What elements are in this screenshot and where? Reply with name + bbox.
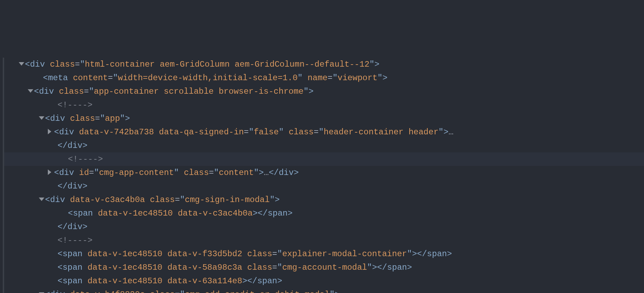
html-comment[interactable]: <!----> xyxy=(68,154,103,164)
html-comment[interactable]: <!----> xyxy=(58,100,93,110)
dom-tree-line[interactable]: <div id="cmg-app-content" class="content… xyxy=(3,166,644,179)
dom-tree-line[interactable]: <span data-v-1ec48510 data-v-f33d5bd2 cl… xyxy=(3,247,644,261)
expand-toggle-icon[interactable] xyxy=(48,169,51,175)
dom-tree-line[interactable]: <div data-v-742ba738 data-qa-signed-in="… xyxy=(3,125,644,139)
dom-tree-line[interactable]: <span data-v-1ec48510 data-v-63a114e8></… xyxy=(3,274,644,288)
expand-toggle-icon[interactable] xyxy=(39,198,44,201)
dom-tree-line[interactable]: <!----> xyxy=(3,98,644,112)
dom-tree-line[interactable]: <div class="app"> xyxy=(3,112,644,125)
dom-tree-line[interactable]: <span data-v-1ec48510 data-v-c3ac4b0a></… xyxy=(3,207,644,220)
dom-tree-line[interactable]: <!----> xyxy=(3,152,644,166)
expand-toggle-icon[interactable] xyxy=(28,89,33,93)
expand-toggle-icon[interactable] xyxy=(19,62,24,66)
dom-tree-line[interactable]: <meta content="width=device-width,initia… xyxy=(3,71,644,85)
expand-toggle-icon[interactable] xyxy=(39,116,44,120)
expand-toggle-icon[interactable] xyxy=(48,129,51,134)
html-comment[interactable]: <!----> xyxy=(58,236,93,245)
dom-tree-line[interactable]: <!----> xyxy=(3,234,644,247)
dom-tree-line[interactable]: </div> xyxy=(3,179,644,193)
dom-tree-line[interactable]: <div class="app-container scrollable bro… xyxy=(3,85,644,98)
dom-tree-line[interactable]: <div data-v-b4f8830c class="cmg-add-cred… xyxy=(3,288,644,293)
dom-tree-line[interactable]: </div> xyxy=(3,220,644,234)
devtools-elements-tree: <div class="html-container aem-GridColum… xyxy=(3,58,644,293)
dom-tree-line[interactable]: <span data-v-1ec48510 data-v-58a98c3a cl… xyxy=(3,261,644,274)
dom-tree-line[interactable]: <div data-v-c3ac4b0a class="cmg-sign-in-… xyxy=(3,193,644,207)
dom-tree-line[interactable]: <div class="html-container aem-GridColum… xyxy=(3,58,644,71)
dom-tree-line[interactable]: </div> xyxy=(3,139,644,152)
